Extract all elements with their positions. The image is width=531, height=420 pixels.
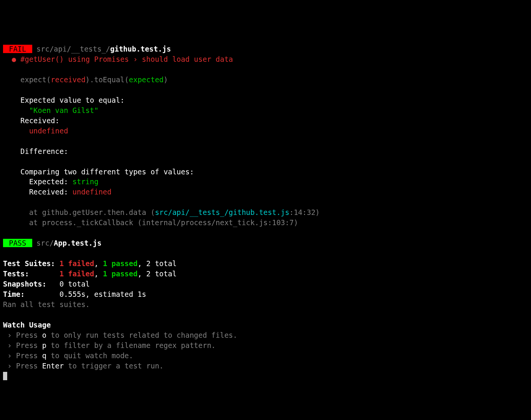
summary-suites: Test Suites: 1 failed, 1 passed, 2 total	[3, 259, 177, 268]
fail-path-dim: src/api/__tests_/	[32, 45, 110, 53]
received-type-value: undefined	[72, 188, 112, 196]
received-label: Received:	[20, 116, 60, 125]
failing-test-name: #getUser() using Promises › should load …	[20, 55, 233, 63]
summary-tests: Tests: 1 failed, 1 passed, 2 total	[3, 270, 177, 278]
stack-line-2: at process._tickCallback (internal/proce…	[29, 218, 298, 227]
difference-label: Difference:	[20, 147, 68, 155]
expected-value: "Koen van Gilst"	[29, 106, 99, 114]
pass-path-file: App.test.js	[54, 239, 102, 247]
watch-item-o[interactable]: › Press o to only run tests related to c…	[3, 331, 237, 339]
stack-line-1: at github.getUser.then.data (src/api/__t…	[29, 208, 320, 216]
summary-time: Time: 0.555s, estimated 1s	[3, 290, 146, 298]
terminal-cursor[interactable]	[3, 372, 7, 380]
received-type-label: Received:	[29, 188, 72, 196]
expected-label: Expected value to equal:	[20, 96, 125, 104]
bullet-icon: ●	[12, 55, 16, 63]
expected-type-label: Expected:	[29, 177, 72, 186]
comparing-label: Comparing two different types of values:	[20, 168, 194, 176]
pass-path-dim: src/	[32, 239, 54, 247]
summary-ran: Ran all test suites.	[3, 300, 90, 309]
summary-snapshots: Snapshots: 0 total	[3, 280, 90, 288]
expect-call: expect(received).toEqual(expected)	[20, 75, 168, 84]
watch-item-enter[interactable]: › Press Enter to trigger a test run.	[3, 362, 163, 370]
expected-type-value: string	[72, 177, 99, 186]
fail-path-file: github.test.js	[110, 45, 171, 53]
received-value: undefined	[29, 127, 68, 135]
watch-item-p[interactable]: › Press p to filter by a filename regex …	[3, 341, 216, 349]
fail-badge: FAIL	[3, 45, 32, 53]
watch-item-q[interactable]: › Press q to quit watch mode.	[3, 351, 133, 360]
watch-usage-title: Watch Usage	[3, 321, 51, 329]
pass-badge: PASS	[3, 239, 32, 247]
